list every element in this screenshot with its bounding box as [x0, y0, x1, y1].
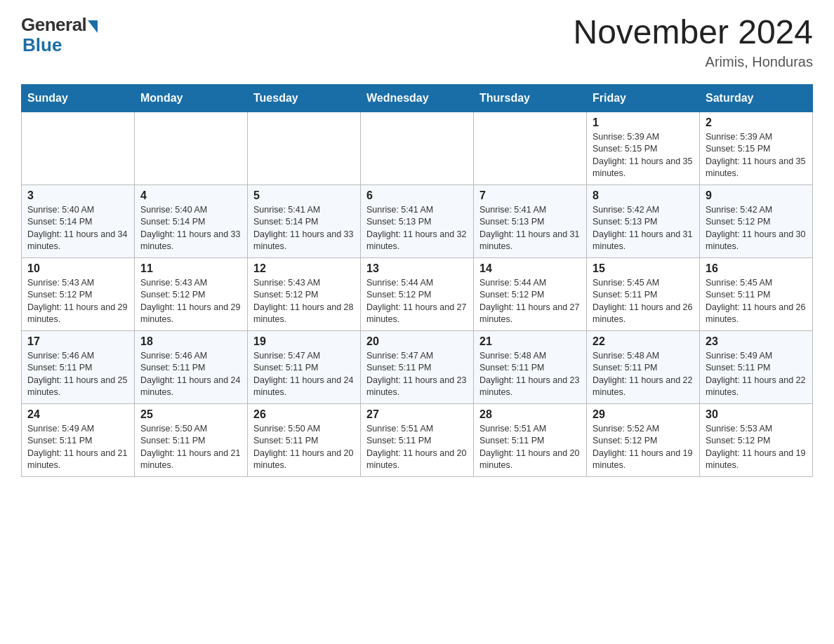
day-info: Sunrise: 5:48 AMSunset: 5:11 PMDaylight:… — [479, 350, 581, 399]
day-info: Sunrise: 5:44 AMSunset: 5:12 PMDaylight:… — [366, 277, 468, 326]
calendar-cell: 16Sunrise: 5:45 AMSunset: 5:11 PMDayligh… — [700, 257, 813, 330]
day-number: 27 — [366, 408, 468, 421]
calendar-week-row: 24Sunrise: 5:49 AMSunset: 5:11 PMDayligh… — [22, 403, 813, 476]
calendar-cell: 17Sunrise: 5:46 AMSunset: 5:11 PMDayligh… — [22, 330, 135, 403]
day-of-week-header: Sunday — [22, 84, 135, 112]
day-number: 5 — [253, 189, 355, 202]
calendar-cell: 3Sunrise: 5:40 AMSunset: 5:14 PMDaylight… — [22, 185, 135, 257]
day-info: Sunrise: 5:43 AMSunset: 5:12 PMDaylight:… — [140, 277, 241, 326]
calendar-cell: 5Sunrise: 5:41 AMSunset: 5:14 PMDaylight… — [248, 185, 361, 257]
day-info: Sunrise: 5:46 AMSunset: 5:11 PMDaylight:… — [140, 350, 241, 399]
calendar-cell: 11Sunrise: 5:43 AMSunset: 5:12 PMDayligh… — [135, 257, 248, 330]
calendar-cell: 20Sunrise: 5:47 AMSunset: 5:11 PMDayligh… — [361, 330, 474, 403]
day-number: 1 — [593, 116, 694, 129]
day-info: Sunrise: 5:45 AMSunset: 5:11 PMDaylight:… — [593, 277, 694, 326]
day-of-week-header: Monday — [135, 84, 248, 112]
day-number: 16 — [706, 262, 807, 275]
day-info: Sunrise: 5:45 AMSunset: 5:11 PMDaylight:… — [706, 277, 807, 326]
page-header: General Blue November 2024 Arimis, Hondu… — [21, 14, 813, 70]
day-number: 25 — [140, 408, 241, 421]
day-info: Sunrise: 5:53 AMSunset: 5:12 PMDaylight:… — [706, 423, 807, 472]
calendar-cell — [22, 112, 135, 185]
calendar-cell: 19Sunrise: 5:47 AMSunset: 5:11 PMDayligh… — [248, 330, 361, 403]
day-number: 2 — [706, 116, 807, 129]
day-info: Sunrise: 5:48 AMSunset: 5:11 PMDaylight:… — [593, 350, 694, 399]
calendar-cell: 15Sunrise: 5:45 AMSunset: 5:11 PMDayligh… — [587, 257, 700, 330]
day-number: 11 — [140, 262, 241, 275]
day-number: 4 — [140, 189, 241, 202]
day-info: Sunrise: 5:47 AMSunset: 5:11 PMDaylight:… — [253, 350, 355, 399]
calendar-cell: 9Sunrise: 5:42 AMSunset: 5:12 PMDaylight… — [700, 185, 813, 257]
calendar-cell: 2Sunrise: 5:39 AMSunset: 5:15 PMDaylight… — [700, 112, 813, 185]
day-info: Sunrise: 5:47 AMSunset: 5:11 PMDaylight:… — [366, 350, 468, 399]
calendar-header-row: SundayMondayTuesdayWednesdayThursdayFrid… — [22, 84, 813, 112]
calendar-cell — [474, 112, 587, 185]
day-info: Sunrise: 5:43 AMSunset: 5:12 PMDaylight:… — [27, 277, 128, 326]
day-number: 30 — [706, 408, 807, 421]
day-number: 23 — [706, 335, 807, 348]
day-number: 13 — [366, 262, 468, 275]
day-info: Sunrise: 5:51 AMSunset: 5:11 PMDaylight:… — [479, 423, 581, 472]
day-of-week-header: Saturday — [700, 84, 813, 112]
calendar-week-row: 17Sunrise: 5:46 AMSunset: 5:11 PMDayligh… — [22, 330, 813, 403]
day-info: Sunrise: 5:46 AMSunset: 5:11 PMDaylight:… — [27, 350, 128, 399]
calendar-cell: 27Sunrise: 5:51 AMSunset: 5:11 PMDayligh… — [361, 403, 474, 476]
logo: General Blue — [21, 14, 98, 56]
calendar-cell: 24Sunrise: 5:49 AMSunset: 5:11 PMDayligh… — [22, 403, 135, 476]
calendar-cell: 22Sunrise: 5:48 AMSunset: 5:11 PMDayligh… — [587, 330, 700, 403]
day-info: Sunrise: 5:39 AMSunset: 5:15 PMDaylight:… — [593, 131, 694, 180]
day-info: Sunrise: 5:49 AMSunset: 5:11 PMDaylight:… — [706, 350, 807, 399]
calendar-cell: 12Sunrise: 5:43 AMSunset: 5:12 PMDayligh… — [248, 257, 361, 330]
day-number: 8 — [593, 189, 694, 202]
logo-general-text: General — [21, 14, 86, 36]
day-number: 10 — [27, 262, 128, 275]
day-number: 24 — [27, 408, 128, 421]
day-number: 17 — [27, 335, 128, 348]
day-of-week-header: Tuesday — [248, 84, 361, 112]
calendar-cell: 10Sunrise: 5:43 AMSunset: 5:12 PMDayligh… — [22, 257, 135, 330]
calendar-cell: 1Sunrise: 5:39 AMSunset: 5:15 PMDaylight… — [587, 112, 700, 185]
day-of-week-header: Thursday — [474, 84, 587, 112]
day-number: 19 — [253, 335, 355, 348]
day-number: 21 — [479, 335, 581, 348]
day-info: Sunrise: 5:40 AMSunset: 5:14 PMDaylight:… — [140, 204, 241, 253]
day-number: 9 — [706, 189, 807, 202]
day-info: Sunrise: 5:50 AMSunset: 5:11 PMDaylight:… — [253, 423, 355, 472]
day-info: Sunrise: 5:39 AMSunset: 5:15 PMDaylight:… — [706, 131, 807, 180]
day-info: Sunrise: 5:52 AMSunset: 5:12 PMDaylight:… — [593, 423, 694, 472]
calendar-cell: 26Sunrise: 5:50 AMSunset: 5:11 PMDayligh… — [248, 403, 361, 476]
calendar-cell: 14Sunrise: 5:44 AMSunset: 5:12 PMDayligh… — [474, 257, 587, 330]
calendar-cell: 13Sunrise: 5:44 AMSunset: 5:12 PMDayligh… — [361, 257, 474, 330]
day-number: 6 — [366, 189, 468, 202]
day-info: Sunrise: 5:51 AMSunset: 5:11 PMDaylight:… — [366, 423, 468, 472]
day-info: Sunrise: 5:41 AMSunset: 5:14 PMDaylight:… — [253, 204, 355, 253]
day-info: Sunrise: 5:49 AMSunset: 5:11 PMDaylight:… — [27, 423, 128, 472]
logo-arrow-icon — [88, 20, 98, 33]
calendar-week-row: 3Sunrise: 5:40 AMSunset: 5:14 PMDaylight… — [22, 185, 813, 257]
day-info: Sunrise: 5:40 AMSunset: 5:14 PMDaylight:… — [27, 204, 128, 253]
calendar-cell — [361, 112, 474, 185]
day-of-week-header: Friday — [587, 84, 700, 112]
calendar-cell: 6Sunrise: 5:41 AMSunset: 5:13 PMDaylight… — [361, 185, 474, 257]
day-number: 26 — [253, 408, 355, 421]
day-of-week-header: Wednesday — [361, 84, 474, 112]
day-info: Sunrise: 5:50 AMSunset: 5:11 PMDaylight:… — [140, 423, 241, 472]
calendar-cell — [248, 112, 361, 185]
day-info: Sunrise: 5:44 AMSunset: 5:12 PMDaylight:… — [479, 277, 581, 326]
location-text: Arimis, Honduras — [573, 54, 813, 70]
day-number: 15 — [593, 262, 694, 275]
day-info: Sunrise: 5:43 AMSunset: 5:12 PMDaylight:… — [253, 277, 355, 326]
calendar-cell — [135, 112, 248, 185]
calendar-cell: 29Sunrise: 5:52 AMSunset: 5:12 PMDayligh… — [587, 403, 700, 476]
day-info: Sunrise: 5:41 AMSunset: 5:13 PMDaylight:… — [366, 204, 468, 253]
day-number: 7 — [479, 189, 581, 202]
day-number: 28 — [479, 408, 581, 421]
day-info: Sunrise: 5:41 AMSunset: 5:13 PMDaylight:… — [479, 204, 581, 253]
calendar-cell: 7Sunrise: 5:41 AMSunset: 5:13 PMDaylight… — [474, 185, 587, 257]
day-info: Sunrise: 5:42 AMSunset: 5:13 PMDaylight:… — [593, 204, 694, 253]
logo-blue-text: Blue — [22, 34, 62, 56]
calendar-week-row: 1Sunrise: 5:39 AMSunset: 5:15 PMDaylight… — [22, 112, 813, 185]
day-number: 3 — [27, 189, 128, 202]
calendar-cell: 23Sunrise: 5:49 AMSunset: 5:11 PMDayligh… — [700, 330, 813, 403]
month-title: November 2024 — [573, 14, 813, 51]
